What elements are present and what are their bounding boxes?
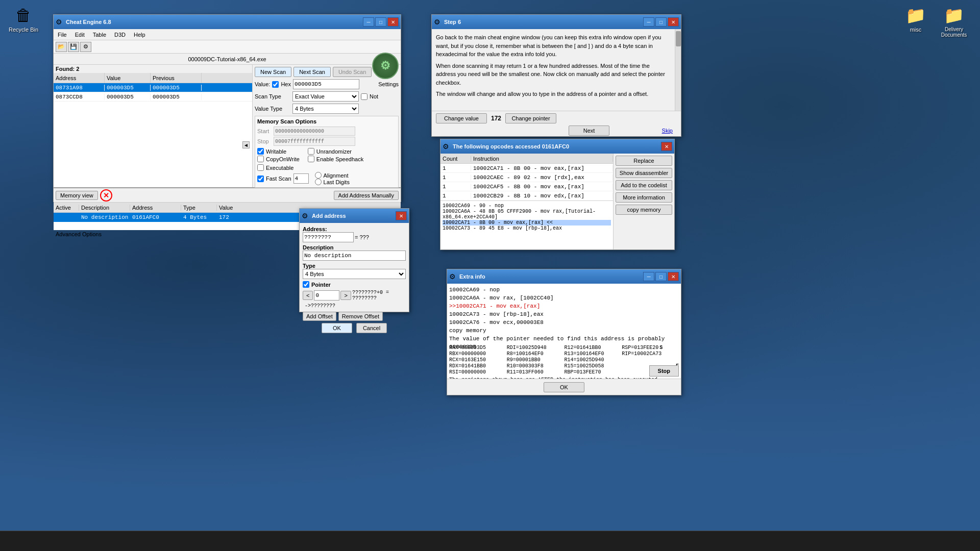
add-address-titlebar[interactable]: ⚙ Add address ✕ — [300, 209, 409, 223]
extra-info-titlebar[interactable]: ⚙ Extra info ─ □ ✕ — [447, 269, 681, 284]
add-address-title: Add address — [312, 213, 396, 219]
fast-scan-checkbox[interactable] — [257, 176, 264, 182]
alignment-radio[interactable] — [315, 172, 322, 179]
toolbar-btn-1[interactable]: 📂 — [56, 42, 67, 52]
step6-close[interactable]: ✕ — [668, 17, 679, 27]
stop-input[interactable] — [274, 137, 355, 146]
hex-checkbox[interactable] — [272, 81, 279, 88]
step6-title: Step 6 — [444, 19, 643, 25]
ok-button[interactable]: OK — [322, 323, 352, 333]
step6-minimize[interactable]: ─ — [643, 17, 654, 27]
new-scan-button[interactable]: New Scan — [255, 67, 291, 77]
add-offset-button[interactable]: Add Offset — [303, 312, 336, 321]
fast-scan-input[interactable] — [293, 173, 309, 184]
pointer-value-input[interactable] — [314, 290, 339, 300]
add-address-manually-button[interactable]: Add Address Manually — [334, 191, 399, 200]
opcodes-titlebar[interactable]: ⚙ The following opcodes accessed 0161AFC… — [440, 139, 674, 154]
ce-main-minimize[interactable]: ─ — [363, 17, 374, 27]
add-to-codelist-button[interactable]: Add to the codelist — [616, 180, 672, 190]
list-item[interactable]: 1 10002CAF5 - 8B 00 - mov eax,[rax] — [440, 182, 613, 191]
remove-offset-button[interactable]: Remove Offset — [338, 312, 383, 321]
value-type-select[interactable]: 4 Bytes — [292, 104, 359, 114]
extra-info-close[interactable]: ✕ — [668, 272, 679, 281]
extra-info-controls: ─ □ ✕ — [643, 272, 679, 281]
ce-main-close[interactable]: ✕ — [387, 17, 399, 27]
change-value-button[interactable]: Change value — [436, 113, 487, 123]
bottom-desc: No description — [79, 214, 130, 220]
table-row[interactable]: 08731A98 000003D5 000003D5 — [54, 83, 252, 92]
more-information-button[interactable]: More information — [616, 192, 672, 203]
menu-file[interactable]: File — [56, 31, 69, 39]
copy-memory-button[interactable]: copy memory — [616, 205, 672, 215]
recycle-bin-icon[interactable]: 🗑 Recycle Bin — [3, 3, 44, 35]
scan-type-select[interactable]: Exact Value — [292, 91, 359, 102]
extra-info-minimize[interactable]: ─ — [643, 272, 654, 281]
bottom-val: 172 — [217, 214, 231, 220]
offset-buttons: Add Offset Remove Offset — [303, 312, 406, 321]
copy-on-write-checkbox[interactable] — [257, 156, 264, 162]
step6-maximize[interactable]: □ — [655, 17, 667, 27]
menu-edit[interactable]: Edit — [73, 31, 87, 39]
cancel-button[interactable]: Cancel — [356, 323, 387, 333]
value-input[interactable] — [293, 79, 359, 89]
next-button[interactable]: Next — [569, 126, 609, 136]
ce-menubar: File Edit Table D3D Help — [54, 29, 401, 40]
executable-checkbox[interactable] — [257, 164, 264, 171]
undo-scan-button[interactable]: Undo Scan — [333, 67, 372, 77]
toolbar-btn-3[interactable]: ⚙ — [80, 42, 91, 52]
ce-body: Found: 2 Address Value Previous 08731A98… — [54, 65, 401, 187]
ce-main-icon: ⚙ — [56, 18, 64, 26]
menu-d3d[interactable]: D3D — [112, 31, 128, 39]
memory-view-button[interactable]: Memory view — [56, 191, 98, 200]
list-item[interactable]: 1 10002CA71 - 8B 00 - mov eax,[rax] — [440, 164, 613, 173]
misc-folder-icon[interactable]: 📁 misc — [895, 3, 936, 35]
start-input[interactable] — [274, 127, 355, 136]
ce-found-label: Found: 2 — [54, 65, 252, 73]
pointer-checkbox[interactable] — [303, 281, 309, 288]
ce-main-maximize[interactable]: □ — [375, 17, 386, 27]
ce-main-titlebar[interactable]: ⚙ Cheat Engine 6.8 ─ □ ✕ — [54, 15, 401, 29]
not-checkbox[interactable] — [361, 93, 368, 100]
opc-instr-4: 10002CB29 - 8B 10 - mov edx,[rax] — [471, 193, 613, 199]
reg-rdx: RDX=01641BB0 — [449, 363, 506, 369]
next-scan-button[interactable]: Next Scan — [293, 67, 331, 77]
register-grid: RAX=000003D5 RDI=10025D948 R12=01641BB0 … — [449, 345, 679, 375]
extra-info-maximize[interactable]: □ — [655, 272, 667, 281]
writable-checkbox[interactable] — [257, 148, 264, 155]
ce-process-name: 000009DC-Tutorial-x86_64.exe — [188, 56, 266, 62]
disasm-line-2: 10002CA6A - 48 8B 05 CFFF2900 - mov rax,… — [443, 209, 611, 220]
pointer-left-btn[interactable]: < — [303, 291, 313, 300]
list-item[interactable]: 1 10002CAEC - 89 02 - mov [rdx],eax — [440, 173, 613, 182]
unrandomizer-checkbox[interactable] — [308, 148, 314, 155]
type-label: Type — [303, 263, 406, 269]
description-input[interactable] — [303, 251, 406, 261]
replace-button[interactable]: Replace — [616, 156, 672, 166]
last-digits-radio[interactable] — [315, 179, 322, 185]
expand-arrow[interactable]: ◄ — [242, 141, 250, 148]
step6-titlebar[interactable]: ⚙ Step 6 ─ □ ✕ — [432, 15, 681, 29]
opcodes-window: ⚙ The following opcodes accessed 0161AFC… — [440, 139, 675, 250]
type-select[interactable]: 4 Bytes — [303, 269, 406, 279]
menu-help[interactable]: Help — [132, 31, 148, 39]
extra-info-ok-button[interactable]: OK — [544, 382, 584, 392]
list-item[interactable]: 1 10002CB29 - 8B 10 - mov edx,[rax] — [440, 191, 613, 201]
opcodes-sidebar: Replace Show disassembler Add to the cod… — [613, 154, 674, 249]
ce-logo: ⚙ — [372, 53, 399, 79]
stop-button[interactable]: Stop — [649, 365, 679, 377]
opcodes-close[interactable]: ✕ — [661, 142, 672, 151]
table-row[interactable]: 0873CCD8 000003D5 000003D5 — [54, 92, 252, 102]
pointer-right-btn[interactable]: > — [340, 291, 351, 300]
extra-line-pointer: The value of the pointer needed to find … — [449, 335, 679, 343]
skip-label[interactable]: Skip — [662, 128, 673, 134]
address-input[interactable] — [303, 232, 354, 242]
show-disassembler-button[interactable]: Show disassembler — [616, 168, 672, 178]
menu-table[interactable]: Table — [91, 31, 108, 39]
opcodes-col-instruction: Instruction — [471, 156, 613, 162]
delivery-docs-icon[interactable]: 📁 Delivery Documents — [931, 3, 977, 40]
toolbar-btn-2[interactable]: 💾 — [68, 42, 79, 52]
change-pointer-button[interactable]: Change pointer — [505, 113, 556, 123]
add-address-close[interactable]: ✕ — [396, 211, 407, 220]
pointer-inner: < > ????????+0 = ???????? — [303, 290, 406, 301]
extra-line-4: 10002CA73 - mov [rbp-18],eax — [449, 310, 679, 318]
speedhack-checkbox[interactable] — [308, 156, 314, 162]
